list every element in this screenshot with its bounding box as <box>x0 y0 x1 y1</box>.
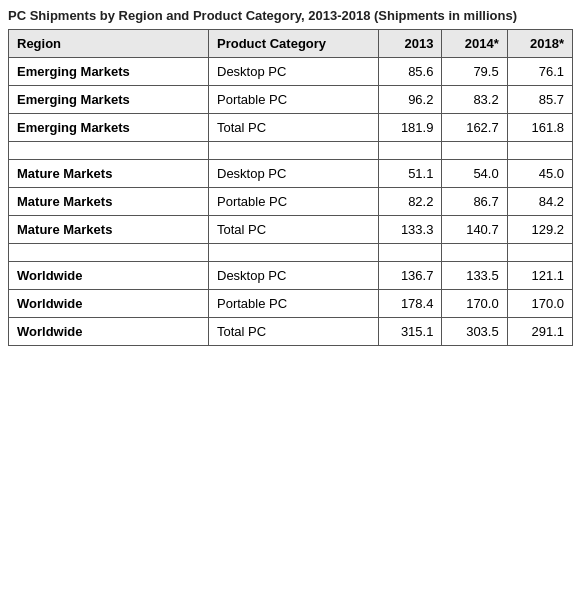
table-row: Mature Markets Desktop PC 51.1 54.0 45.0 <box>9 160 573 188</box>
header-category: Product Category <box>209 30 379 58</box>
cell-2018: 85.7 <box>507 86 572 114</box>
cell-2014: 133.5 <box>442 262 507 290</box>
cell-2013: 315.1 <box>379 318 442 346</box>
cell-2013: 85.6 <box>379 58 442 86</box>
spacer-row <box>9 142 573 160</box>
cell-region: Worldwide <box>9 318 209 346</box>
cell-category: Desktop PC <box>209 58 379 86</box>
cell-2014: 162.7 <box>442 114 507 142</box>
cell-region: Mature Markets <box>9 160 209 188</box>
header-2014: 2014* <box>442 30 507 58</box>
cell-2018: 84.2 <box>507 188 572 216</box>
cell-2018: 161.8 <box>507 114 572 142</box>
cell-2013: 181.9 <box>379 114 442 142</box>
cell-region: Mature Markets <box>9 216 209 244</box>
cell-region: Emerging Markets <box>9 86 209 114</box>
cell-category: Total PC <box>209 114 379 142</box>
table-row: Emerging Markets Portable PC 96.2 83.2 8… <box>9 86 573 114</box>
cell-2014: 79.5 <box>442 58 507 86</box>
cell-2014: 54.0 <box>442 160 507 188</box>
cell-2013: 133.3 <box>379 216 442 244</box>
table-row: Worldwide Portable PC 178.4 170.0 170.0 <box>9 290 573 318</box>
table-row: Worldwide Desktop PC 136.7 133.5 121.1 <box>9 262 573 290</box>
shipments-table: Region Product Category 2013 2014* 2018*… <box>8 29 573 346</box>
cell-category: Desktop PC <box>209 262 379 290</box>
table-row: Emerging Markets Total PC 181.9 162.7 16… <box>9 114 573 142</box>
cell-2013: 178.4 <box>379 290 442 318</box>
cell-2018: 76.1 <box>507 58 572 86</box>
header-2018: 2018* <box>507 30 572 58</box>
table-row: Mature Markets Total PC 133.3 140.7 129.… <box>9 216 573 244</box>
table-row: Mature Markets Portable PC 82.2 86.7 84.… <box>9 188 573 216</box>
table-row: Worldwide Total PC 315.1 303.5 291.1 <box>9 318 573 346</box>
cell-2014: 140.7 <box>442 216 507 244</box>
cell-category: Portable PC <box>209 188 379 216</box>
cell-2013: 51.1 <box>379 160 442 188</box>
cell-category: Portable PC <box>209 86 379 114</box>
cell-2014: 83.2 <box>442 86 507 114</box>
cell-2018: 45.0 <box>507 160 572 188</box>
header-region: Region <box>9 30 209 58</box>
cell-category: Total PC <box>209 216 379 244</box>
cell-2018: 129.2 <box>507 216 572 244</box>
cell-2014: 86.7 <box>442 188 507 216</box>
cell-region: Worldwide <box>9 262 209 290</box>
cell-region: Emerging Markets <box>9 58 209 86</box>
cell-category: Desktop PC <box>209 160 379 188</box>
cell-2018: 291.1 <box>507 318 572 346</box>
cell-region: Emerging Markets <box>9 114 209 142</box>
header-2013: 2013 <box>379 30 442 58</box>
cell-2013: 136.7 <box>379 262 442 290</box>
cell-2013: 96.2 <box>379 86 442 114</box>
page-title: PC Shipments by Region and Product Categ… <box>8 8 573 23</box>
cell-2014: 303.5 <box>442 318 507 346</box>
spacer-row <box>9 244 573 262</box>
cell-region: Mature Markets <box>9 188 209 216</box>
cell-category: Total PC <box>209 318 379 346</box>
cell-2018: 121.1 <box>507 262 572 290</box>
cell-region: Worldwide <box>9 290 209 318</box>
cell-2018: 170.0 <box>507 290 572 318</box>
cell-2013: 82.2 <box>379 188 442 216</box>
cell-2014: 170.0 <box>442 290 507 318</box>
table-row: Emerging Markets Desktop PC 85.6 79.5 76… <box>9 58 573 86</box>
cell-category: Portable PC <box>209 290 379 318</box>
